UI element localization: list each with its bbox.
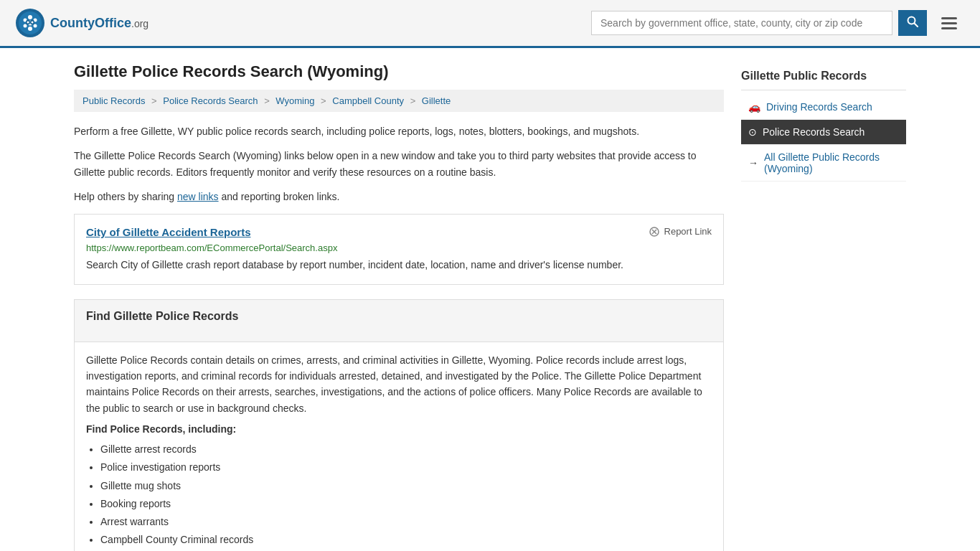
sidebar-item-police[interactable]: ⊙ Police Records Search xyxy=(741,120,906,145)
logo-icon xyxy=(14,7,46,39)
breadcrumb-police-records-search[interactable]: Police Records Search xyxy=(163,95,258,106)
resource-url: https://www.reportbeam.com/ECommercePort… xyxy=(86,242,712,253)
resource-card: City of Gillette Accident Reports Report… xyxy=(74,214,724,285)
report-link-label: Report Link xyxy=(664,226,712,237)
sidebar-item-all-records[interactable]: → All Gillette Public Records (Wyoming) xyxy=(741,145,906,182)
svg-line-14 xyxy=(915,24,918,27)
header: CountyOffice.org xyxy=(0,0,980,48)
sidebar: Gillette Public Records 🚗 Driving Record… xyxy=(741,62,906,551)
car-icon: 🚗 xyxy=(748,101,760,113)
sidebar-all-records-link[interactable]: All Gillette Public Records (Wyoming) xyxy=(764,151,899,174)
svg-point-2 xyxy=(28,15,32,19)
find-section-body: Gillette Police Records contain details … xyxy=(74,342,724,551)
description-1: Perform a free Gillette, WY public polic… xyxy=(74,123,724,139)
breadcrumb: Public Records > Police Records Search >… xyxy=(74,90,724,112)
find-list: Gillette arrest records Police investiga… xyxy=(86,441,712,549)
list-item: Gillette mug shots xyxy=(100,477,712,495)
svg-point-11 xyxy=(27,22,29,24)
sidebar-item-driving[interactable]: 🚗 Driving Records Search xyxy=(741,95,906,120)
arrow-icon: → xyxy=(748,157,758,169)
report-link-icon xyxy=(649,226,660,237)
breadcrumb-wyoming[interactable]: Wyoming xyxy=(275,95,314,106)
sidebar-police-label: Police Records Search xyxy=(763,126,864,138)
resource-description: Search City of Gillette crash report dat… xyxy=(86,258,712,273)
search-area xyxy=(591,10,966,36)
breadcrumb-campbell-county[interactable]: Campbell County xyxy=(332,95,404,106)
police-icon: ⊙ xyxy=(748,126,757,138)
list-item: Gillette arrest records xyxy=(100,441,712,458)
svg-point-12 xyxy=(32,22,34,24)
find-section: Find Gillette Police Records xyxy=(74,299,724,342)
search-input[interactable] xyxy=(591,11,892,35)
content-area: Gillette Police Records Search (Wyoming)… xyxy=(74,62,724,551)
svg-point-5 xyxy=(28,27,32,31)
description-2: The Gillette Police Records Search (Wyom… xyxy=(74,148,724,180)
list-item: Arrest warrants xyxy=(100,513,712,531)
breadcrumb-sep-3: > xyxy=(321,95,326,106)
page-title: Gillette Police Records Search (Wyoming) xyxy=(74,62,724,81)
breadcrumb-sep-2: > xyxy=(264,95,270,106)
desc3-post: and reporting broken links. xyxy=(219,191,340,202)
description-3: Help others by sharing new links and rep… xyxy=(74,189,724,204)
menu-button[interactable] xyxy=(933,11,966,35)
resource-title[interactable]: City of Gillette Accident Reports xyxy=(86,226,250,238)
resource-card-header: City of Gillette Accident Reports Report… xyxy=(86,226,712,238)
search-icon xyxy=(907,16,918,27)
desc3-pre: Help others by sharing xyxy=(74,191,177,202)
svg-point-6 xyxy=(24,24,27,28)
breadcrumb-gillette[interactable]: Gillette xyxy=(422,95,451,106)
sidebar-title: Gillette Public Records xyxy=(741,62,906,90)
new-links-link[interactable]: new links xyxy=(177,191,219,202)
find-list-title: Find Police Records, including: xyxy=(86,423,712,435)
hamburger-icon xyxy=(938,14,960,32)
report-link-button[interactable]: Report Link xyxy=(649,226,712,237)
sidebar-driving-link[interactable]: Driving Records Search xyxy=(766,101,872,113)
list-item: Campbell County Criminal records xyxy=(100,531,712,549)
breadcrumb-sep-1: > xyxy=(151,95,157,106)
main-container: Gillette Police Records Search (Wyoming)… xyxy=(60,48,920,551)
find-section-title: Find Gillette Police Records xyxy=(86,310,712,323)
list-item: Police investigation reports xyxy=(100,458,712,476)
breadcrumb-sep-4: > xyxy=(410,95,416,106)
find-section-body-text: Gillette Police Records contain details … xyxy=(86,352,712,417)
logo-text: CountyOffice.org xyxy=(50,16,149,31)
list-item: Booking reports xyxy=(100,495,712,513)
logo-area: CountyOffice.org xyxy=(14,7,149,39)
svg-point-4 xyxy=(34,24,37,28)
breadcrumb-public-records[interactable]: Public Records xyxy=(83,95,145,106)
search-button[interactable] xyxy=(898,10,927,36)
